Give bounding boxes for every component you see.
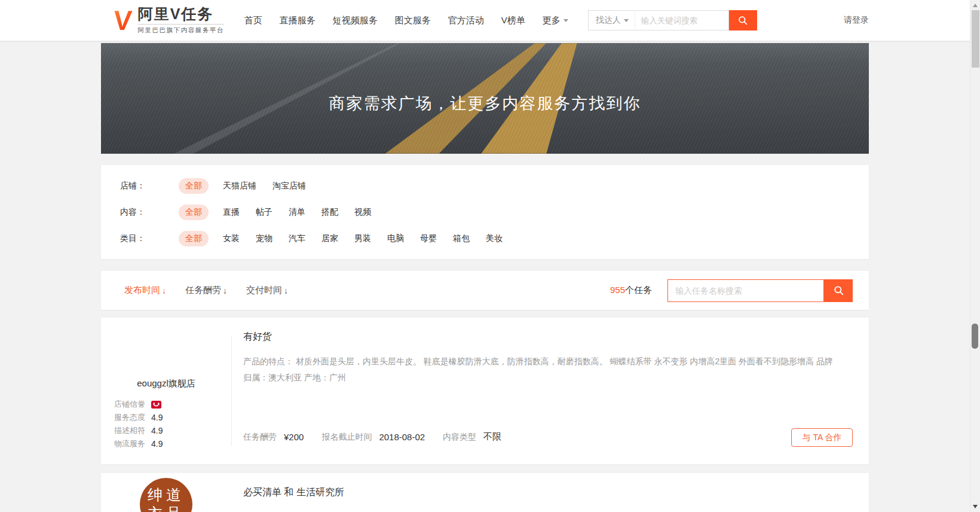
- store-ratings: 店铺信誉 服务态度 4.9 描述相符: [114, 399, 231, 449]
- task-count: 955个任务: [610, 285, 652, 296]
- cooperate-button[interactable]: 与 TA 合作: [791, 428, 853, 447]
- signup-deadline-value: 2018-08-02: [379, 432, 425, 442]
- meta-label: 任务酬劳: [243, 432, 277, 443]
- sort-descending-icon: ↓: [162, 286, 166, 295]
- nav-more-menu[interactable]: 更多: [543, 15, 568, 26]
- header-search: 找达人: [588, 10, 757, 31]
- store-logo: [101, 318, 231, 377]
- filter-option-all-selected[interactable]: 全部: [179, 205, 209, 220]
- scroll-up-arrow-icon[interactable]: [973, 4, 978, 7]
- store-name[interactable]: eouggzl旗舰店: [101, 377, 231, 389]
- filter-option-bags[interactable]: 箱包: [453, 233, 470, 244]
- search-icon: [737, 15, 748, 26]
- filter-label: 店铺：: [120, 181, 162, 191]
- task-search-button[interactable]: [824, 279, 853, 302]
- login-link[interactable]: 请登录: [844, 15, 869, 26]
- filter-option-mens-wear[interactable]: 男装: [354, 233, 371, 244]
- site-logo[interactable]: V 阿里V任务 阿里巴巴旗下内容服务平台: [114, 6, 224, 35]
- filter-option-mother-baby[interactable]: 母婴: [420, 233, 437, 244]
- task-details: 必买清单 和 生活研究所 绅道衣品 2013年入驻天猫 专注男士西裤， 此款版型…: [243, 473, 869, 512]
- content-type-value: 不限: [483, 431, 501, 443]
- filter-option-cars[interactable]: 汽车: [289, 233, 305, 244]
- store-info-panel: 绅道衣品: [101, 473, 231, 512]
- filter-option-all-selected[interactable]: 全部: [179, 231, 209, 246]
- filter-label: 类目：: [120, 233, 162, 244]
- meta-label: 内容类型: [443, 432, 476, 443]
- tmall-icon: [151, 400, 161, 409]
- filter-panel: 店铺： 全部 天猫店铺 淘宝店铺 内容： 全部 直播 帖子 清单 搭配 视频 类…: [101, 165, 869, 259]
- nav-item-graphic-service[interactable]: 图文服务: [395, 15, 431, 26]
- main-nav: 首页 直播服务 短视频服务 图文服务 官方活动 V榜单 更多: [244, 15, 586, 26]
- hero-title: 商家需求广场，让更多内容服务方找到你: [101, 93, 869, 114]
- task-details: 有好货 产品的特点： 材质外面是头层，内里头层牛皮。 鞋底是橡胶防滑大底，防滑指…: [243, 318, 869, 464]
- filter-option-post[interactable]: 帖子: [256, 207, 272, 218]
- logo-tagline: 阿里巴巴旗下内容服务平台: [138, 24, 224, 35]
- filter-option-video[interactable]: 视频: [354, 207, 371, 218]
- rating-row: 描述相符 4.9: [114, 425, 231, 436]
- hero-banner: 商家需求广场，让更多内容服务方找到你: [101, 43, 869, 154]
- nav-item-short-video-service[interactable]: 短视频服务: [333, 15, 378, 26]
- nav-item-live-service[interactable]: 直播服务: [280, 15, 316, 26]
- task-description: 绅道衣品 2013年入驻天猫 专注男士西裤， 此款版型 宽松舒适 不勒裆 ，面料…: [243, 509, 841, 512]
- filter-label: 内容：: [120, 207, 162, 218]
- sort-toolbar: 发布时间 ↓ 任务酬劳 ↓ 交付时间 ↓ 955个任务: [101, 271, 869, 310]
- task-reward-value: ¥200: [284, 432, 304, 442]
- task-title[interactable]: 必买清单 和 生活研究所: [243, 486, 841, 499]
- nav-item-home[interactable]: 首页: [244, 15, 262, 26]
- task-search-input[interactable]: [667, 279, 824, 302]
- filter-row-category: 类目： 全部 女装 宠物 汽车 居家 男装 电脑 母婴 箱包 美妆: [120, 225, 869, 252]
- task-card: eouggzl旗舰店 店铺信誉 服务态度 4.9: [101, 318, 869, 464]
- nav-item-v-ranking[interactable]: V榜单: [501, 15, 525, 26]
- filter-option-list[interactable]: 清单: [289, 207, 305, 218]
- store-avatar[interactable]: 绅道衣品: [140, 478, 192, 512]
- chevron-down-icon: [624, 19, 629, 22]
- store-info-panel: eouggzl旗舰店 店铺信誉 服务态度 4.9: [101, 318, 231, 464]
- filter-option-womens-wear[interactable]: 女装: [223, 233, 240, 244]
- scrollbar-thumb[interactable]: [972, 10, 979, 68]
- filter-option-beauty[interactable]: 美妆: [486, 233, 503, 244]
- sort-descending-icon: ↓: [284, 286, 288, 295]
- logo-v-mark-icon: V: [112, 7, 133, 33]
- chevron-down-icon: [564, 19, 568, 22]
- sort-by-task-reward[interactable]: 任务酬劳 ↓: [185, 285, 227, 296]
- search-scope-dropdown[interactable]: 找达人: [588, 10, 635, 31]
- sort-descending-icon: ↓: [223, 286, 227, 295]
- filter-option-all-selected[interactable]: 全部: [179, 178, 209, 194]
- header-search-button[interactable]: [729, 10, 757, 31]
- filter-option-live[interactable]: 直播: [223, 207, 240, 218]
- logo-title: 阿里V任务: [138, 6, 224, 22]
- sort-by-delivery-time[interactable]: 交付时间 ↓: [246, 285, 288, 296]
- task-meta-row: 任务酬劳 ¥200 报名截止时间 2018-08-02 内容类型 不限: [243, 431, 519, 443]
- divider: [231, 336, 232, 446]
- filter-option-home[interactable]: 居家: [321, 233, 338, 244]
- filter-option-taobao-shop[interactable]: 淘宝店铺: [272, 181, 306, 191]
- task-search: [667, 279, 853, 302]
- filter-option-tmall-shop[interactable]: 天猫店铺: [223, 181, 256, 191]
- sort-by-publish-time[interactable]: 发布时间 ↓: [124, 285, 166, 296]
- store-reputation-row: 店铺信誉: [114, 399, 231, 410]
- filter-option-computers[interactable]: 电脑: [387, 233, 404, 244]
- scrollbar[interactable]: [970, 0, 980, 512]
- task-description: 产品的特点： 材质外面是头层，内里头层牛皮。 鞋底是橡胶防滑大底，防滑指数高，耐…: [243, 353, 841, 386]
- meta-label: 报名截止时间: [321, 432, 372, 443]
- header-search-input[interactable]: [635, 10, 729, 31]
- filter-option-outfit[interactable]: 搭配: [321, 207, 338, 218]
- filter-option-pets[interactable]: 宠物: [256, 233, 272, 244]
- rating-row: 物流服务 4.9: [114, 438, 231, 449]
- floating-side-widget[interactable]: [972, 324, 978, 349]
- scroll-down-arrow-icon[interactable]: [973, 505, 978, 508]
- top-navigation-bar: V 阿里V任务 阿里巴巴旗下内容服务平台 首页 直播服务 短视频服务 图文服务 …: [0, 0, 980, 41]
- filter-row-shop: 店铺： 全部 天猫店铺 淘宝店铺: [120, 173, 869, 199]
- rating-row: 服务态度 4.9: [114, 412, 231, 423]
- search-icon: [833, 285, 844, 296]
- nav-item-official-activity[interactable]: 官方活动: [448, 15, 484, 26]
- filter-row-content: 内容： 全部 直播 帖子 清单 搭配 视频: [120, 199, 869, 225]
- task-card: 绅道衣品 必买清单 和 生活研究所 绅道衣品 2013年入驻天猫 专注男士西裤，…: [101, 473, 869, 512]
- task-title[interactable]: 有好货: [243, 331, 841, 343]
